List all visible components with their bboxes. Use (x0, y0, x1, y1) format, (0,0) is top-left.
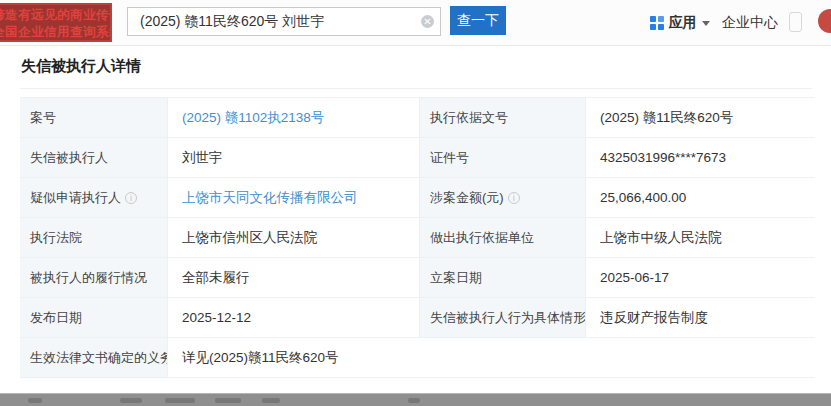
apps-grid-icon (650, 16, 664, 30)
id-number-value: 4325031996****7673 (586, 138, 815, 177)
logo-slogan: 缔造有远见的商业传奇 (0, 7, 110, 24)
table-row: 失信被执行人 刘世宇 证件号 4325031996****7673 (20, 138, 815, 178)
apps-menu-label: 应用 (669, 14, 697, 32)
basis-doc-number-label: 执行依据文号 (420, 98, 586, 137)
info-icon[interactable]: i (125, 192, 137, 204)
page-title: 失信被执行人详情 (21, 57, 141, 76)
debtor-name-value: 刘世宇 (168, 138, 420, 177)
case-amount-label: 涉案金额(元) i (420, 178, 586, 217)
debtor-name-label: 失信被执行人 (20, 138, 168, 177)
performance-status-label: 被执行人的履行情况 (20, 258, 168, 297)
enterprise-center-link[interactable]: 企业中心 (722, 14, 778, 32)
table-row: 生效法律文书确定的义务 详见(2025)赣11民终620号 (20, 338, 815, 378)
smudge-mark (165, 398, 195, 403)
id-number-label: 证件号 (420, 138, 586, 177)
performance-status-value: 全部未履行 (168, 258, 420, 297)
top-header-bar: 缔造有远见的商业传奇 全国企业信用查询系统 ✕ 查一下 应用 企业中心 (0, 0, 831, 46)
publish-date-label: 发布日期 (20, 298, 168, 337)
table-row: 发布日期 2025-12-12 失信被执行人行为具体情形 违反财产报告制度 (20, 298, 815, 338)
basis-unit-label: 做出执行依据单位 (420, 218, 586, 257)
legal-obligation-value: 详见(2025)赣11民终620号 (168, 338, 815, 377)
suspected-applicant-label: 疑似申请执行人 i (20, 178, 168, 217)
site-logo[interactable]: 缔造有远见的商业传奇 全国企业信用查询系统 (0, 3, 112, 42)
smudge-mark (262, 398, 280, 403)
executing-court-value: 上饶市信州区人民法院 (168, 218, 420, 257)
table-row: 执行法院 上饶市信州区人民法院 做出执行依据单位 上饶市中级人民法院 (20, 218, 815, 258)
suspected-applicant-link[interactable]: 上饶市天同文化传播有限公司 (182, 189, 358, 207)
search-button[interactable]: 查一下 (450, 6, 506, 35)
table-row: 被执行人的履行情况 全部未履行 立案日期 2025-06-17 (20, 258, 815, 298)
chevron-down-icon (702, 21, 710, 26)
info-icon[interactable]: i (508, 192, 520, 204)
table-row: 疑似申请执行人 i 上饶市天同文化传播有限公司 涉案金额(元) i 25,066… (20, 178, 815, 218)
bottom-strip (0, 393, 831, 406)
table-row: 案号 (2025) 赣1102执2138号 执行依据文号 (2025) 赣11民… (20, 98, 815, 138)
publish-date-value: 2025-12-12 (168, 298, 420, 337)
smudge-mark (28, 398, 42, 403)
dishonest-conduct-value: 违反财产报告制度 (586, 298, 815, 337)
mobile-app-icon[interactable] (789, 12, 802, 32)
filing-date-label: 立案日期 (420, 258, 586, 297)
smudge-mark (120, 398, 142, 403)
logo-title: 全国企业信用查询系统 (0, 24, 110, 41)
filing-date-value: 2025-06-17 (586, 258, 815, 297)
dishonest-conduct-label: 失信被执行人行为具体情形 (420, 298, 586, 337)
title-divider (20, 88, 812, 89)
search-input[interactable] (127, 7, 441, 36)
executing-court-label: 执行法院 (20, 218, 168, 257)
case-number-link[interactable]: (2025) 赣1102执2138号 (182, 109, 324, 127)
clear-search-icon[interactable]: ✕ (421, 15, 434, 28)
smudge-mark (215, 398, 241, 403)
debtor-detail-table: 案号 (2025) 赣1102执2138号 执行依据文号 (2025) 赣11民… (20, 97, 815, 378)
search-box: ✕ (127, 7, 441, 36)
legal-obligation-label: 生效法律文书确定的义务 (20, 338, 168, 377)
case-amount-value: 25,066,400.00 (586, 178, 815, 217)
apps-menu[interactable]: 应用 (650, 13, 710, 33)
smudge-mark (408, 398, 420, 403)
case-number-label: 案号 (20, 98, 168, 137)
user-avatar[interactable] (818, 9, 831, 33)
basis-doc-number-value: (2025) 赣11民终620号 (586, 98, 815, 137)
basis-unit-value: 上饶市中级人民法院 (586, 218, 815, 257)
